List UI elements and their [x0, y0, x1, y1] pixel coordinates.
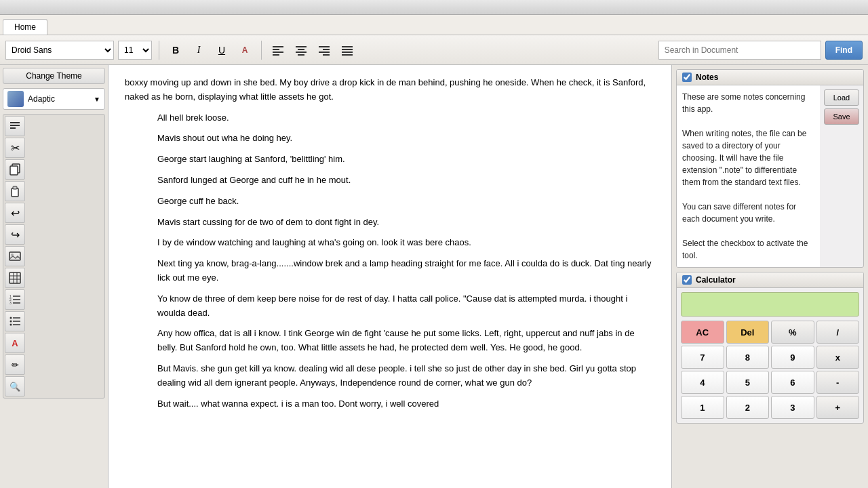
align-left-button[interactable] — [269, 41, 288, 60]
svg-rect-4 — [296, 46, 307, 47]
svg-rect-25 — [9, 272, 20, 283]
paste-button[interactable] — [5, 181, 25, 201]
notes-checkbox[interactable] — [682, 73, 692, 82]
scissors-button[interactable]: ✂ — [5, 138, 25, 158]
underline-button[interactable]: U — [212, 41, 231, 60]
notes-body: These are some notes concerning this app… — [677, 85, 820, 267]
change-theme-button[interactable]: Change Theme — [3, 68, 105, 84]
theme-name: Adaptic — [28, 94, 90, 104]
doc-paragraph-10: Yo know de three of dem keep bere noise … — [125, 292, 655, 321]
theme-icon — [7, 91, 24, 107]
calculator-grid: ACDel%/789x456-123+ — [677, 321, 863, 423]
insert-table-button[interactable] — [5, 268, 25, 288]
svg-rect-3 — [273, 54, 279, 56]
calc-btn-pct[interactable]: % — [771, 321, 814, 344]
svg-rect-21 — [12, 188, 18, 197]
scissors-icon: ✂ — [11, 142, 20, 155]
insert-image-button[interactable] — [5, 246, 25, 266]
zoom-button[interactable]: 🔍 — [5, 376, 25, 396]
notes-text-3: You can save different notes for each do… — [682, 201, 814, 225]
font-size-select[interactable]: 11 — [118, 41, 152, 60]
search-input[interactable] — [658, 41, 821, 60]
svg-rect-8 — [319, 46, 330, 47]
highlight-button[interactable]: ✏ — [5, 354, 25, 375]
notes-section: Notes These are some notes concerning th… — [676, 69, 864, 268]
align-right-button[interactable] — [315, 41, 334, 60]
calc-btn-9[interactable]: 9 — [771, 346, 814, 369]
calc-btn-del[interactable]: Del — [726, 321, 770, 344]
bold-button[interactable]: B — [166, 41, 185, 60]
undo-button[interactable]: ↩ — [5, 203, 25, 223]
notes-btn-area: Load Save — [820, 85, 863, 267]
calculator-checkbox[interactable] — [682, 275, 692, 285]
svg-rect-16 — [10, 122, 20, 123]
doc-paragraph-3: Mavis shout out wha he doing hey. — [125, 131, 655, 146]
svg-rect-14 — [342, 52, 353, 53]
calc-btn-div[interactable]: / — [816, 321, 860, 344]
notes-text-2: When writing notes, the file can be save… — [682, 127, 814, 188]
calc-btn-7[interactable]: 7 — [681, 346, 724, 369]
unordered-list-button[interactable] — [5, 311, 25, 331]
calculator-display — [681, 292, 859, 317]
align-center-button[interactable] — [292, 41, 311, 60]
notes-load-button[interactable]: Load — [824, 89, 859, 106]
doc-paragraph-6: George cuff he back. — [125, 195, 655, 209]
doc-paragraph-11: Any how offica, dat is all i know. I tin… — [125, 327, 655, 355]
calc-btn-8[interactable]: 8 — [726, 346, 770, 369]
find-button[interactable]: Find — [825, 41, 863, 60]
toolbar-separator-2 — [261, 41, 262, 60]
svg-point-37 — [10, 321, 12, 323]
redo-button[interactable]: ↪ — [5, 224, 25, 245]
theme-dropdown-button[interactable]: ▼ — [94, 96, 100, 103]
calc-btn-ac[interactable]: AC — [681, 321, 724, 344]
doc-paragraph-9: Next ting ya know, brag-a-lang.......win… — [125, 257, 655, 285]
italic-button[interactable]: I — [189, 41, 208, 60]
svg-rect-5 — [298, 49, 304, 50]
align-justify-button[interactable] — [338, 41, 357, 60]
calc-btn-mul[interactable]: x — [816, 346, 860, 369]
svg-rect-10 — [319, 52, 330, 53]
doc-paragraph-12: But Mavis. she gun get kill ya know. dea… — [125, 362, 655, 390]
paste-icon — [9, 185, 21, 197]
calc-btn-minus[interactable]: - — [816, 371, 860, 394]
svg-rect-23 — [9, 252, 20, 260]
notes-content-area: These are some notes concerning this app… — [677, 85, 820, 267]
svg-rect-6 — [296, 52, 307, 53]
home-tab[interactable]: Home — [3, 19, 47, 35]
svg-rect-0 — [273, 46, 283, 47]
document-area[interactable]: boxxy moving up and down in she bed. My … — [108, 65, 671, 488]
main-layout: Change Theme Adaptic ▼ ✂ ↩ ↪ — [0, 65, 868, 488]
notes-text-4: Select the checkbox to activate the tool… — [682, 237, 814, 262]
redo-icon: ↪ — [11, 228, 20, 241]
svg-rect-15 — [342, 54, 353, 56]
font-color-toolbar-button[interactable]: A — [5, 333, 25, 353]
calc-btn-6[interactable]: 6 — [771, 371, 814, 394]
copy-button[interactable] — [5, 159, 25, 180]
calculator-title: Calculator — [696, 275, 736, 285]
font-color-button[interactable]: A — [235, 41, 254, 60]
undo-icon: ↩ — [11, 207, 20, 220]
text-format-button[interactable] — [5, 116, 25, 136]
notes-title: Notes — [696, 73, 718, 82]
toolbar-separator-1 — [159, 41, 159, 60]
calc-btn-3[interactable]: 3 — [771, 396, 814, 419]
calc-btn-4[interactable]: 4 — [681, 371, 724, 394]
unordered-list-icon — [9, 315, 21, 327]
calc-btn-1[interactable]: 1 — [681, 396, 724, 419]
svg-rect-20 — [10, 166, 18, 175]
svg-rect-2 — [273, 52, 283, 53]
svg-point-36 — [10, 317, 12, 319]
align-left-icon — [272, 44, 284, 56]
calc-btn-5[interactable]: 5 — [726, 371, 770, 394]
align-right-icon — [318, 44, 330, 56]
notes-save-button[interactable]: Save — [824, 108, 859, 125]
calc-btn-plus[interactable]: + — [816, 396, 860, 419]
svg-rect-1 — [273, 49, 279, 50]
align-justify-icon — [341, 44, 353, 56]
ordered-list-button[interactable]: 123 — [5, 289, 25, 310]
font-family-select[interactable]: Droid Sans — [5, 41, 114, 60]
right-panel: Notes These are some notes concerning th… — [671, 65, 868, 488]
doc-paragraph-13: But wait.... what wanna expect. i is a m… — [125, 397, 655, 411]
calc-btn-2[interactable]: 2 — [726, 396, 770, 419]
theme-selector[interactable]: Adaptic ▼ — [3, 88, 105, 110]
